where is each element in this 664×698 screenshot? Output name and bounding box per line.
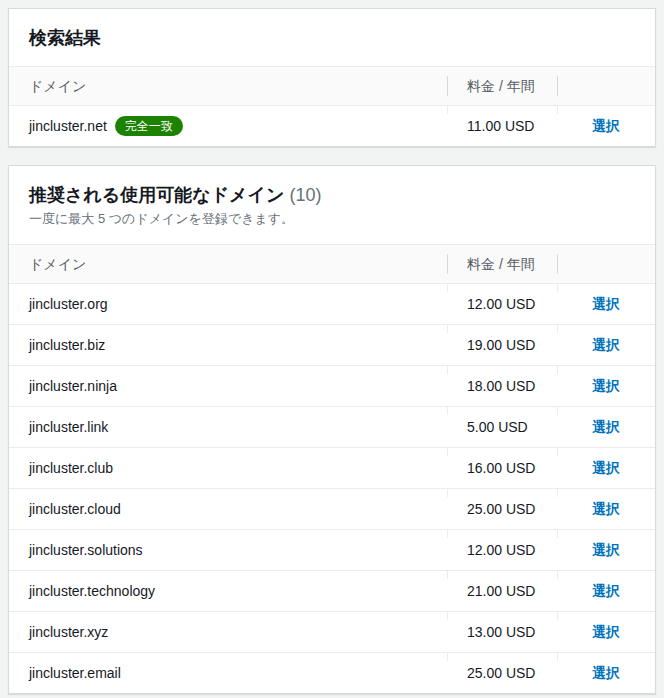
suggested-domains-table: ドメイン 料金 / 年間 jincluster.org 12.00 USD 選択… <box>9 244 655 693</box>
action-cell: 選択 <box>557 366 655 407</box>
column-header-domain: ドメイン <box>9 245 447 284</box>
price-cell: 16.00 USD <box>447 448 557 489</box>
search-results-header: 検索結果 <box>9 9 655 66</box>
action-cell: 選択 <box>557 407 655 448</box>
price-value: 13.00 USD <box>467 624 535 640</box>
suggested-domains-subtitle: 一度に最大 5 つのドメインを登録できます。 <box>29 210 635 228</box>
select-link[interactable]: 選択 <box>592 337 620 353</box>
domain-cell: jincluster.email <box>9 653 447 694</box>
price-value: 16.00 USD <box>467 460 535 476</box>
price-cell: 25.00 USD <box>447 653 557 694</box>
table-row: jincluster.club 16.00 USD 選択 <box>9 448 655 489</box>
select-link[interactable]: 選択 <box>592 501 620 517</box>
price-value: 12.00 USD <box>467 296 535 312</box>
domain-cell: jincluster.ninja <box>9 366 447 407</box>
domain-name: jincluster.ninja <box>29 378 117 394</box>
domain-cell: jincluster.solutions <box>9 530 447 571</box>
domain-name: jincluster.cloud <box>29 501 121 517</box>
column-header-price: 料金 / 年間 <box>447 245 557 284</box>
table-row: jincluster.link 5.00 USD 選択 <box>9 407 655 448</box>
section-title-search-results: 検索結果 <box>29 26 635 50</box>
select-link[interactable]: 選択 <box>592 542 620 558</box>
table-row: jincluster.solutions 12.00 USD 選択 <box>9 530 655 571</box>
price-value: 19.00 USD <box>467 337 535 353</box>
action-cell: 選択 <box>557 325 655 366</box>
table-header-row: ドメイン 料金 / 年間 <box>9 67 655 106</box>
action-cell: 選択 <box>557 571 655 612</box>
suggested-domains-title-text: 推奨される使用可能なドメイン <box>29 185 284 205</box>
select-link[interactable]: 選択 <box>592 118 620 134</box>
select-link[interactable]: 選択 <box>592 460 620 476</box>
table-row: jincluster.technology 21.00 USD 選択 <box>9 571 655 612</box>
domain-cell: jincluster.org <box>9 284 447 325</box>
table-row: jincluster.xyz 13.00 USD 選択 <box>9 612 655 653</box>
price-cell: 19.00 USD <box>447 325 557 366</box>
domain-name: jincluster.email <box>29 665 121 681</box>
table-row: jincluster.org 12.00 USD 選択 <box>9 284 655 325</box>
table-row: jincluster.net完全一致 11.00 USD 選択 <box>9 106 655 147</box>
suggested-domains-header: 推奨される使用可能なドメイン (10) 一度に最大 5 つのドメインを登録できま… <box>9 166 655 244</box>
section-title-suggested-domains: 推奨される使用可能なドメイン (10) <box>29 183 635 207</box>
price-value: 21.00 USD <box>467 583 535 599</box>
domain-cell: jincluster.cloud <box>9 489 447 530</box>
exact-match-badge: 完全一致 <box>115 116 183 136</box>
price-value: 18.00 USD <box>467 378 535 394</box>
select-link[interactable]: 選択 <box>592 378 620 394</box>
price-value: 12.00 USD <box>467 542 535 558</box>
domain-cell: jincluster.link <box>9 407 447 448</box>
table-row: jincluster.ninja 18.00 USD 選択 <box>9 366 655 407</box>
domain-name: jincluster.xyz <box>29 624 108 640</box>
suggested-domains-card: 推奨される使用可能なドメイン (10) 一度に最大 5 つのドメインを登録できま… <box>8 165 656 694</box>
select-link[interactable]: 選択 <box>592 665 620 681</box>
select-link[interactable]: 選択 <box>592 624 620 640</box>
select-link[interactable]: 選択 <box>592 583 620 599</box>
price-value: 25.00 USD <box>467 501 535 517</box>
search-results-card: 検索結果 ドメイン 料金 / 年間 jincluster.net完全一致 11.… <box>8 8 656 147</box>
action-cell: 選択 <box>557 106 655 147</box>
action-cell: 選択 <box>557 448 655 489</box>
column-header-action <box>557 67 655 106</box>
price-cell: 21.00 USD <box>447 571 557 612</box>
domain-cell: jincluster.club <box>9 448 447 489</box>
action-cell: 選択 <box>557 653 655 694</box>
price-cell: 25.00 USD <box>447 489 557 530</box>
price-value: 5.00 USD <box>467 419 528 435</box>
domain-cell: jincluster.biz <box>9 325 447 366</box>
action-cell: 選択 <box>557 530 655 571</box>
price-cell: 12.00 USD <box>447 284 557 325</box>
domain-name: jincluster.solutions <box>29 542 143 558</box>
price-cell: 11.00 USD <box>447 106 557 147</box>
action-cell: 選択 <box>557 612 655 653</box>
price-cell: 12.00 USD <box>447 530 557 571</box>
action-cell: 選択 <box>557 489 655 530</box>
price-value: 25.00 USD <box>467 665 535 681</box>
domain-name: jincluster.org <box>29 296 108 312</box>
price-value: 11.00 USD <box>467 118 534 134</box>
price-cell: 5.00 USD <box>447 407 557 448</box>
domain-name: jincluster.net <box>29 118 107 134</box>
table-row: jincluster.email 25.00 USD 選択 <box>9 653 655 694</box>
select-link[interactable]: 選択 <box>592 296 620 312</box>
domain-name: jincluster.technology <box>29 583 155 599</box>
price-cell: 18.00 USD <box>447 366 557 407</box>
domain-cell: jincluster.net完全一致 <box>9 106 447 147</box>
suggested-domains-count: (10) <box>289 185 321 205</box>
table-row: jincluster.cloud 25.00 USD 選択 <box>9 489 655 530</box>
search-results-table: ドメイン 料金 / 年間 jincluster.net完全一致 11.00 US… <box>9 66 655 146</box>
column-header-domain: ドメイン <box>9 67 447 106</box>
domain-cell: jincluster.xyz <box>9 612 447 653</box>
action-cell: 選択 <box>557 284 655 325</box>
select-link[interactable]: 選択 <box>592 419 620 435</box>
domain-name: jincluster.biz <box>29 337 105 353</box>
table-row: jincluster.biz 19.00 USD 選択 <box>9 325 655 366</box>
domain-name: jincluster.club <box>29 460 113 476</box>
price-cell: 13.00 USD <box>447 612 557 653</box>
domain-cell: jincluster.technology <box>9 571 447 612</box>
table-header-row: ドメイン 料金 / 年間 <box>9 245 655 284</box>
domain-name: jincluster.link <box>29 419 108 435</box>
column-header-price: 料金 / 年間 <box>447 67 557 106</box>
column-header-action <box>557 245 655 284</box>
